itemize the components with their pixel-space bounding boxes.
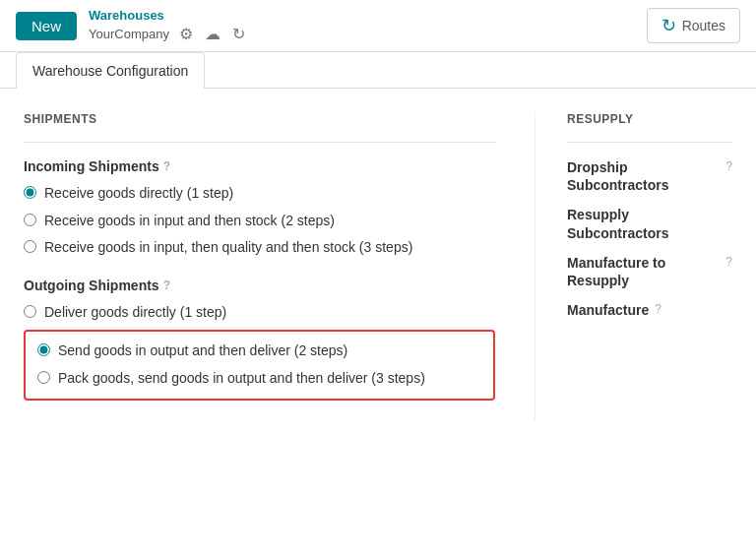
breadcrumb: Warehouses YourCompany ⚙ ☁ ↻ bbox=[89, 8, 247, 43]
incoming-help-icon[interactable]: ? bbox=[163, 159, 170, 173]
outgoing-shipments-group: Outgoing Shipments ? Deliver goods direc… bbox=[24, 278, 495, 401]
outgoing-radio-1[interactable] bbox=[24, 305, 36, 318]
resupply-divider bbox=[567, 142, 732, 143]
manufacture-resupply-help-icon[interactable]: ? bbox=[725, 255, 732, 269]
incoming-radio-2[interactable] bbox=[24, 214, 36, 226]
resupply-section-title: RESUPPLY bbox=[567, 112, 732, 126]
tab-warehouse-configuration[interactable]: Warehouse Configuration bbox=[16, 52, 205, 89]
resupply-item-resupply-sub-label: Resupply Subcontractors bbox=[567, 206, 732, 241]
outgoing-option-1-label[interactable]: Deliver goods directly (1 step) bbox=[44, 303, 226, 323]
cloud-icon[interactable]: ☁ bbox=[203, 25, 222, 43]
resupply-item-dropship[interactable]: Dropship Subcontractors ? bbox=[567, 158, 732, 194]
routes-label: Routes bbox=[682, 18, 725, 33]
incoming-shipments-label: Incoming Shipments ? bbox=[24, 158, 495, 174]
incoming-radio-group: Receive goods directly (1 step) Receive … bbox=[24, 184, 495, 258]
shipments-section: SHIPMENTS Incoming Shipments ? Receive g… bbox=[24, 112, 536, 420]
outgoing-option-2[interactable]: Send goods in output and then deliver (2… bbox=[37, 341, 481, 361]
resupply-item-dropship-label: Dropship Subcontractors bbox=[567, 158, 720, 194]
outgoing-option-3[interactable]: Pack goods, send goods in output and the… bbox=[37, 369, 481, 389]
company-name: YourCompany bbox=[89, 27, 169, 41]
incoming-shipments-group: Incoming Shipments ? Receive goods direc… bbox=[24, 158, 495, 258]
incoming-radio-1[interactable] bbox=[24, 186, 36, 199]
resupply-item-manufacture-label: Manufacture bbox=[567, 301, 649, 319]
breadcrumb-sub: YourCompany ⚙ ☁ ↻ bbox=[89, 25, 247, 43]
tabs-bar: Warehouse Configuration bbox=[0, 52, 756, 89]
breadcrumb-link[interactable]: Warehouses bbox=[89, 8, 247, 23]
main-content: SHIPMENTS Incoming Shipments ? Receive g… bbox=[0, 89, 756, 444]
resupply-item-manufacture-resupply-label: Manufacture to Resupply bbox=[567, 254, 720, 289]
outgoing-option-1[interactable]: Deliver goods directly (1 step) bbox=[24, 303, 495, 323]
outgoing-shipments-label: Outgoing Shipments ? bbox=[24, 278, 170, 293]
app-header: New Warehouses YourCompany ⚙ ☁ ↻ ↻ Route… bbox=[0, 0, 756, 52]
manufacture-help-icon[interactable]: ? bbox=[655, 302, 662, 316]
resupply-item-manufacture[interactable]: Manufacture ? bbox=[567, 301, 732, 319]
divider bbox=[24, 142, 495, 143]
outgoing-help-icon[interactable]: ? bbox=[163, 279, 170, 292]
outgoing-radio-2[interactable] bbox=[37, 343, 50, 356]
resupply-item-resupply-sub[interactable]: Resupply Subcontractors bbox=[567, 206, 732, 241]
new-button[interactable]: New bbox=[16, 12, 77, 40]
outgoing-option-2-label[interactable]: Send goods in output and then deliver (2… bbox=[58, 341, 347, 361]
resupply-section: RESUPPLY Dropship Subcontractors ? Resup… bbox=[536, 112, 732, 420]
incoming-option-2[interactable]: Receive goods in input and then stock (2… bbox=[24, 212, 495, 231]
incoming-radio-3[interactable] bbox=[24, 240, 36, 253]
outgoing-option-3-label[interactable]: Pack goods, send goods in output and the… bbox=[58, 369, 425, 389]
resupply-list: Dropship Subcontractors ? Resupply Subco… bbox=[567, 158, 732, 319]
outgoing-radio-3[interactable] bbox=[37, 371, 50, 384]
incoming-label-text: Incoming Shipments bbox=[24, 158, 159, 174]
resupply-item-manufacture-resupply[interactable]: Manufacture to Resupply ? bbox=[567, 254, 732, 289]
shipments-section-title: SHIPMENTS bbox=[24, 112, 495, 126]
outgoing-label-text: Outgoing Shipments bbox=[24, 278, 159, 293]
incoming-option-1[interactable]: Receive goods directly (1 step) bbox=[24, 184, 495, 204]
routes-button[interactable]: ↻ Routes bbox=[647, 8, 740, 43]
incoming-option-1-label[interactable]: Receive goods directly (1 step) bbox=[44, 184, 233, 204]
settings-icon[interactable]: ⚙ bbox=[177, 25, 195, 43]
incoming-option-3[interactable]: Receive goods in input, then quality and… bbox=[24, 238, 495, 258]
incoming-option-2-label[interactable]: Receive goods in input and then stock (2… bbox=[44, 212, 335, 231]
outgoing-highlighted-options: Send goods in output and then deliver (2… bbox=[24, 330, 495, 400]
refresh-icon: ↻ bbox=[662, 15, 676, 36]
undo-icon[interactable]: ↻ bbox=[230, 25, 247, 43]
incoming-option-3-label[interactable]: Receive goods in input, then quality and… bbox=[44, 238, 412, 258]
dropship-help-icon[interactable]: ? bbox=[725, 159, 732, 173]
